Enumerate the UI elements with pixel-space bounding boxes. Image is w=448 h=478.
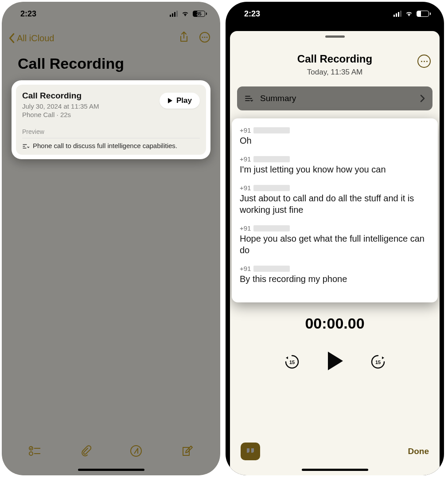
summary-label: Summary [260,94,413,103]
status-time: 2:23 [20,9,36,19]
status-bar: 2:23 35 [226,2,444,26]
preview-label: Preview [22,128,200,135]
more-button[interactable] [417,55,431,68]
chevron-right-icon [420,94,425,102]
status-time: 2:23 [244,9,260,19]
back-label: All iCloud [17,33,54,43]
cellular-icon [393,11,401,17]
redacted-number [253,185,290,191]
battery-icon: 35 [193,11,207,17]
recording-card[interactable]: Call Recording July 30, 2024 at 11:35 AM… [12,80,210,159]
draw-icon[interactable] [130,445,142,459]
notes-screen: 2:23 35 All iCloud Call Recording [2,2,220,475]
transcript-entry: +91 Oh [240,126,430,146]
cellular-icon [170,11,178,17]
transcript-entry: +91 Hope you also get what the full inte… [240,224,430,256]
wifi-icon [181,10,189,18]
svg-point-5 [29,452,33,455]
sheet: Call Recording Today, 11:35 AM Summary +… [230,31,440,475]
speaker-prefix: +91 [240,155,251,163]
transcript-text: By this recording my phone [240,273,430,285]
wifi-icon [405,10,413,18]
sheet-subtitle: Today, 11:35 AM [239,68,431,77]
speaker-prefix: +91 [240,126,251,134]
sheet-title: Call Recording [239,53,431,65]
summary-button[interactable]: Summary [237,86,432,110]
transcript-entry: +91 Just about to call and do all the st… [240,184,430,215]
checklist-icon[interactable] [29,445,41,458]
battery-icon: 35 [417,11,431,17]
card-date: July 30, 2024 at 11:35 AM [22,102,99,110]
transcript-screen: 2:23 35 Call Recording Today, 11:35 AM S… [226,2,444,475]
skip-back-15-button[interactable]: 15 [284,353,300,370]
redacted-number [253,156,290,162]
speaker-prefix: +91 [240,184,251,192]
more-icon[interactable] [199,31,210,45]
svg-text:15: 15 [289,360,294,365]
redacted-number [253,127,290,133]
card-title: Call Recording [22,91,99,101]
transcript-text: Hope you also get what the full intellig… [240,233,430,256]
share-icon[interactable] [179,31,189,45]
player: 00:00.00 15 15 [230,302,440,433]
timecode: 00:00.00 [305,315,364,332]
preview-row: Phone call to discuss full intelligence … [22,142,200,149]
redacted-number [253,266,290,272]
divider [22,138,200,138]
card-meta: Phone Call · 22s [22,111,99,118]
transcript-text: I'm just letting you know how you can [240,164,430,175]
attachment-icon[interactable] [80,445,91,459]
svg-point-3 [206,37,208,38]
status-bar: 2:23 35 [2,2,220,26]
back-button[interactable]: All iCloud [8,33,54,43]
summary-icon [244,94,253,103]
transcript-text: Oh [240,135,430,146]
page-title: Call Recording [2,49,220,80]
transcript-entry: +91 I'm just letting you know how you ca… [240,155,430,175]
transcript-entry: +91 By this recording my phone [240,265,430,285]
speaker-prefix: +91 [240,265,251,272]
svg-point-2 [204,37,206,38]
transcript-text: Just about to call and do all the stuff … [240,192,430,215]
quote-button[interactable] [241,443,260,460]
compose-icon[interactable] [181,445,193,459]
home-indicator [302,469,368,471]
speaker-prefix: +91 [240,224,251,232]
preview-text: Phone call to discuss full intelligence … [33,142,177,149]
play-button[interactable] [326,351,344,373]
skip-forward-15-button[interactable]: 15 [370,353,386,370]
svg-text:15: 15 [375,360,380,365]
done-button[interactable]: Done [408,447,429,456]
nav-bar: All iCloud [2,26,220,49]
svg-point-1 [202,37,203,38]
redacted-number [253,225,290,231]
play-button[interactable]: Play [160,93,200,109]
transcript-panel: +91 Oh +91 I'm just letting you know how… [232,118,438,302]
home-indicator [78,469,144,471]
play-label: Play [176,96,192,105]
